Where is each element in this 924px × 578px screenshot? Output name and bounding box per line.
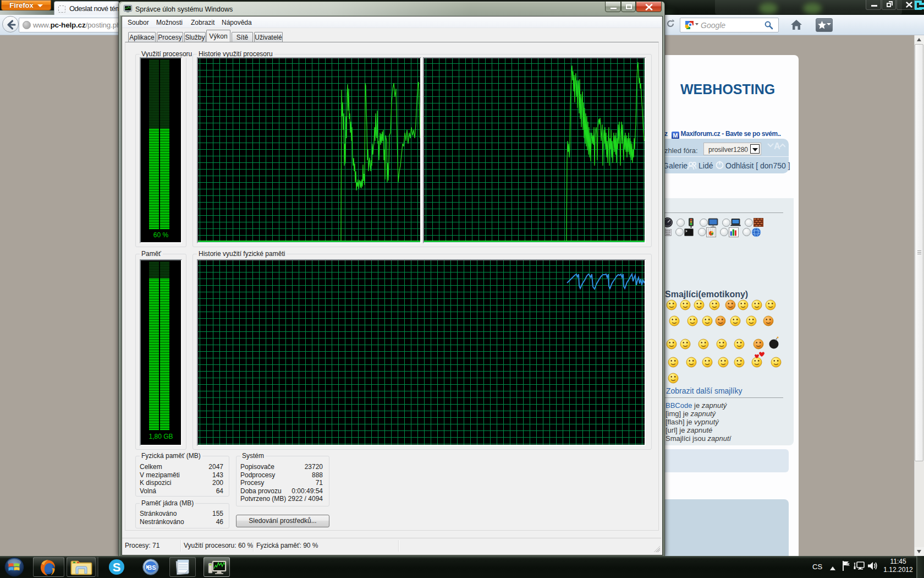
svg-text:S: S: [113, 560, 121, 574]
svg-text:BS: BS: [147, 564, 156, 571]
svg-text:A: A: [774, 141, 780, 151]
